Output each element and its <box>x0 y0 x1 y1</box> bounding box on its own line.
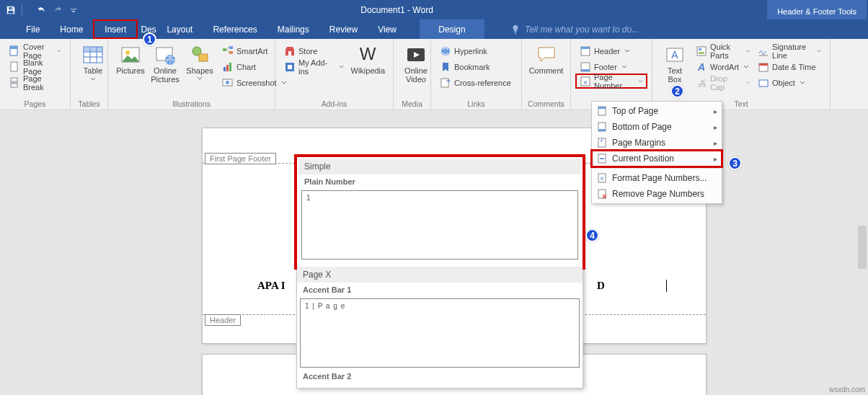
blank-page-icon <box>9 61 20 73</box>
tab-view[interactable]: View <box>368 19 407 39</box>
svg-rect-18 <box>229 63 231 71</box>
online-pictures-icon <box>154 43 177 66</box>
svg-point-26 <box>441 47 450 56</box>
cover-page-button[interactable]: Cover Page <box>6 43 64 58</box>
svg-rect-51 <box>600 158 604 159</box>
table-button[interactable]: Table <box>76 42 110 84</box>
date-time-button[interactable]: Date & Time <box>755 59 824 74</box>
header-button[interactable]: Header <box>577 43 646 58</box>
header-icon <box>580 45 591 57</box>
my-addins-icon <box>284 61 296 73</box>
object-button[interactable]: Object <box>755 75 824 90</box>
drop-cap-icon: A <box>696 77 707 89</box>
gallery-plain-number-1[interactable]: 1 <box>301 190 578 259</box>
screenshot-icon <box>222 77 234 89</box>
annotation-1: 1 <box>143 32 156 46</box>
page-number-icon: # <box>580 76 591 87</box>
ribbon-tabs: File Home Insert Design Layout Reference… <box>0 19 868 39</box>
header-label: Header <box>205 314 241 326</box>
svg-text:#: # <box>601 138 603 143</box>
shapes-icon <box>188 43 211 66</box>
my-addins-button[interactable]: My Add-ins <box>281 59 347 74</box>
hyperlink-button[interactable]: Hyperlink <box>437 43 515 58</box>
tell-me-search[interactable]: Tell me what you want to do... <box>500 19 649 39</box>
svg-rect-1 <box>10 46 17 49</box>
window-title: Document1 - Word <box>27 5 767 15</box>
dd-format-page-numbers[interactable]: #Format Page Numbers... <box>592 170 722 186</box>
wikipedia-icon: W <box>356 43 379 66</box>
svg-rect-36 <box>697 47 706 56</box>
chart-icon <box>222 61 234 73</box>
dd-page-margins[interactable]: #Page Margins▸ <box>592 135 722 151</box>
dd-remove-page-numbers[interactable]: Remove Page Numbers <box>592 186 722 202</box>
lightbulb-icon <box>510 25 521 35</box>
customize-qat-icon[interactable] <box>68 5 79 15</box>
tab-mailings[interactable]: Mailings <box>267 19 319 39</box>
shapes-button[interactable]: Shapes <box>183 42 216 90</box>
signature-icon <box>758 45 769 57</box>
dd-current-position[interactable]: Current Position▸ <box>592 151 722 167</box>
svg-point-20 <box>226 81 229 84</box>
wikipedia-button[interactable]: WWikipedia <box>349 42 387 76</box>
first-page-footer-label: First Page Footer <box>205 153 276 164</box>
wordart-icon: A <box>696 61 707 73</box>
pictures-button[interactable]: Pictures <box>114 42 147 90</box>
contextual-tab-group: Header & Footer Tools <box>767 0 867 19</box>
cross-reference-button[interactable]: Cross-reference <box>437 75 515 90</box>
pictures-icon <box>119 43 142 66</box>
gallery-accent-bar-1[interactable]: 1 | P a g e <box>300 298 580 368</box>
svg-rect-29 <box>581 47 590 49</box>
drop-cap-button[interactable]: ADrop Cap <box>693 75 753 90</box>
signature-line-button[interactable]: Signature Line <box>755 43 824 58</box>
svg-rect-21 <box>288 51 291 56</box>
svg-rect-43 <box>759 80 768 86</box>
page-break-button[interactable]: Page Break <box>6 75 64 90</box>
video-icon <box>404 43 428 66</box>
tab-file[interactable]: File <box>16 19 50 39</box>
svg-rect-27 <box>441 79 448 87</box>
dd-top-of-page[interactable]: Top of Page▸ <box>592 103 722 119</box>
annotation-2: 2 <box>670 84 684 98</box>
svg-rect-15 <box>229 51 233 54</box>
table-icon <box>81 43 105 66</box>
smartart-icon <box>222 45 234 57</box>
redo-icon[interactable] <box>53 5 63 15</box>
footer-icon <box>580 61 591 73</box>
store-button[interactable]: Store <box>281 43 347 58</box>
tab-review[interactable]: Review <box>319 19 368 39</box>
bookmark-button[interactable]: Bookmark <box>437 59 515 74</box>
quick-parts-button[interactable]: Quick Parts <box>693 43 753 58</box>
save-icon[interactable] <box>6 5 16 15</box>
online-video-button[interactable]: Online Video <box>399 42 433 85</box>
tab-insert[interactable]: Insert <box>93 19 138 39</box>
object-icon <box>758 77 769 89</box>
svg-rect-2 <box>11 62 17 71</box>
dd-bottom-of-page[interactable]: Bottom of Page▸ <box>592 119 722 135</box>
svg-rect-38 <box>699 52 704 54</box>
online-pictures-button[interactable]: Online Pictures <box>149 42 182 90</box>
tab-layout[interactable]: Layout <box>156 19 203 39</box>
page-break-icon <box>9 77 20 89</box>
svg-rect-37 <box>699 48 701 50</box>
tab-home[interactable]: Home <box>50 19 93 39</box>
comment-button[interactable]: Comment <box>528 42 564 76</box>
svg-rect-47 <box>598 129 606 131</box>
page-number-gallery: Simple Plain Number 1 Page X Accent Bar … <box>296 156 583 389</box>
svg-rect-42 <box>759 63 768 66</box>
svg-rect-4 <box>11 84 17 87</box>
titlebar: Document1 - Word Header & Footer Tools <box>0 0 868 19</box>
date-time-icon <box>758 61 769 73</box>
link-icon <box>440 45 451 57</box>
tab-references[interactable]: References <box>203 19 267 39</box>
scrollbar-thumb[interactable] <box>858 226 867 269</box>
page-number-button[interactable]: #Page Number <box>575 74 647 89</box>
svg-text:A: A <box>697 61 705 73</box>
blank-page-button[interactable]: Blank Page <box>6 59 64 74</box>
bookmark-icon <box>440 61 451 73</box>
quick-parts-icon <box>696 45 707 57</box>
tab-hf-design[interactable]: Design <box>420 19 484 39</box>
wordart-button[interactable]: AWordArt <box>693 59 753 74</box>
cross-ref-icon <box>440 77 451 89</box>
svg-text:A: A <box>671 49 678 61</box>
comment-icon <box>535 43 558 66</box>
